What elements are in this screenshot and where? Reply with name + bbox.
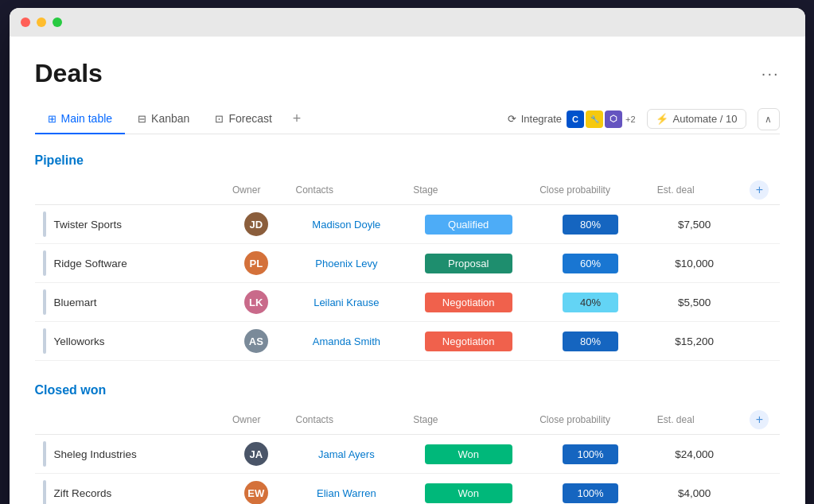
collapse-button[interactable]: ∧	[758, 108, 780, 130]
page-title: Deals	[35, 59, 103, 88]
tabs-bar: ⊞ Main table ⊟ Kanban ⊡ Forecast + ⟳ Int…	[35, 104, 780, 134]
tab-forecast[interactable]: ⊡ Forecast	[202, 104, 284, 134]
deal-value: $4,000	[678, 487, 711, 499]
stage-badge: Won	[425, 483, 512, 503]
tab-kanban-label: Kanban	[151, 112, 189, 125]
deal-name: Yelloworks	[54, 335, 105, 347]
th-prob: Close probability	[532, 176, 649, 205]
cth-add: +	[739, 405, 779, 435]
deal-value: $10,000	[675, 258, 714, 269]
row-indicator	[43, 441, 46, 467]
th-stage: Stage	[405, 176, 532, 205]
table-row: Zift Records EW Elian Warren Won 100% $4…	[35, 474, 780, 505]
stage-badge: Proposal	[425, 254, 512, 273]
row-name-cell: Twister Sports	[43, 211, 217, 237]
chevron-up-icon: ∧	[765, 114, 772, 125]
row-name-cell: Zift Records	[43, 480, 217, 504]
table-row: Yelloworks AS Amanda Smith Negotiation 8…	[35, 322, 780, 361]
row-indicator	[43, 250, 46, 276]
tabs-right: ⟳ Integrate C 🔧 ⬡ +2 ⚡ Automate / 10 ∧	[508, 108, 780, 130]
probability-badge: 80%	[563, 331, 618, 351]
closed-section: Closed won Owner Contacts Stage Close pr…	[35, 383, 780, 504]
contact-link[interactable]: Elian Warren	[317, 487, 376, 499]
row-name-cell: Yelloworks	[43, 328, 217, 354]
closed-header-row: Owner Contacts Stage Close probability E…	[35, 405, 780, 435]
deal-value: $15,200	[675, 335, 714, 347]
contact-link[interactable]: Amanda Smith	[313, 335, 380, 347]
cth-prob: Close probability	[532, 405, 649, 435]
row-indicator	[43, 328, 46, 354]
pipeline-title: Pipeline	[35, 153, 84, 168]
contact-link[interactable]: Leilani Krause	[314, 297, 379, 308]
deal-value: $24,000	[675, 448, 714, 460]
automate-label: Automate / 10	[673, 113, 738, 125]
table-row: Bluemart LK Leilani Krause Negotiation 4…	[35, 283, 780, 322]
cth-contacts: Contacts	[288, 405, 406, 435]
integration-icon-3: ⬡	[605, 110, 622, 128]
stage-badge: Won	[425, 444, 512, 464]
closed-table: Owner Contacts Stage Close probability E…	[35, 405, 780, 504]
row-name-cell: Sheleg Industries	[43, 441, 217, 467]
pipeline-table: Owner Contacts Stage Close probability E…	[35, 176, 780, 361]
integration-icon-1: C	[567, 110, 584, 128]
closed-section-header: Closed won	[35, 383, 780, 397]
avatar: JD	[244, 212, 268, 236]
maximize-dot[interactable]	[53, 17, 62, 27]
page-header: Deals ···	[35, 59, 780, 88]
main-content: Deals ··· ⊞ Main table ⊟ Kanban ⊡ Foreca…	[10, 37, 805, 504]
contact-link[interactable]: Madison Doyle	[312, 219, 380, 231]
integration-icon-2: 🔧	[586, 110, 603, 128]
row-indicator	[43, 480, 46, 504]
integrate-button[interactable]: ⟳ Integrate C 🔧 ⬡ +2	[508, 110, 636, 128]
probability-badge: 100%	[563, 444, 618, 464]
close-dot[interactable]	[21, 17, 30, 27]
tab-main-table[interactable]: ⊞ Main table	[35, 104, 126, 134]
probability-badge: 100%	[563, 483, 618, 503]
app-window: Deals ··· ⊞ Main table ⊟ Kanban ⊡ Foreca…	[10, 8, 805, 504]
row-name-cell: Bluemart	[43, 289, 217, 315]
avatar: AS	[244, 329, 268, 353]
cth-deal: Est. deal	[649, 405, 740, 435]
deal-name: Ridge Software	[54, 258, 127, 269]
deal-value: $5,500	[678, 297, 711, 308]
deal-name: Zift Records	[54, 487, 112, 499]
row-indicator	[43, 289, 46, 315]
deal-name: Bluemart	[54, 297, 97, 308]
add-tab-button[interactable]: +	[285, 104, 310, 134]
integrate-icon: ⟳	[508, 113, 516, 125]
closed-title: Closed won	[35, 383, 107, 397]
tabs-left: ⊞ Main table ⊟ Kanban ⊡ Forecast +	[35, 104, 310, 134]
contact-link[interactable]: Jamal Ayers	[318, 448, 375, 460]
row-name-cell: Ridge Software	[43, 250, 217, 276]
stage-badge: Negotiation	[425, 293, 512, 312]
table-row: Sheleg Industries JA Jamal Ayers Won 100…	[35, 435, 780, 474]
pipeline-section-header: Pipeline	[35, 153, 780, 168]
minimize-dot[interactable]	[37, 17, 46, 27]
add-column-button-closed[interactable]: +	[750, 410, 769, 429]
th-contacts: Contacts	[288, 176, 406, 205]
avatar: LK	[244, 290, 268, 314]
probability-badge: 40%	[563, 293, 618, 312]
cth-stage: Stage	[405, 405, 532, 435]
contact-link[interactable]: Phoenix Levy	[315, 258, 377, 269]
more-options-button[interactable]: ···	[761, 64, 780, 83]
main-table-icon: ⊞	[48, 113, 56, 125]
th-owner: Owner	[224, 176, 288, 205]
integrate-icons: C 🔧 ⬡ +2	[567, 110, 636, 128]
row-indicator	[43, 211, 46, 237]
titlebar	[10, 8, 805, 37]
add-column-button-pipeline[interactable]: +	[750, 180, 769, 200]
tab-kanban[interactable]: ⊟ Kanban	[125, 104, 202, 134]
probability-badge: 60%	[563, 254, 618, 273]
pipeline-section: Pipeline Owner Contacts Stage Close prob…	[35, 153, 780, 361]
deal-value: $7,500	[678, 219, 711, 231]
tab-main-table-label: Main table	[61, 112, 113, 125]
automate-button[interactable]: ⚡ Automate / 10	[647, 109, 746, 129]
avatar: JA	[244, 442, 268, 466]
tab-forecast-label: Forecast	[228, 112, 271, 125]
table-row: Twister Sports JD Madison Doyle Qualifie…	[35, 205, 780, 244]
pipeline-header-row: Owner Contacts Stage Close probability E…	[35, 176, 780, 205]
forecast-icon: ⊡	[215, 113, 224, 125]
kanban-icon: ⊟	[138, 113, 146, 125]
probability-badge: 80%	[563, 215, 618, 235]
